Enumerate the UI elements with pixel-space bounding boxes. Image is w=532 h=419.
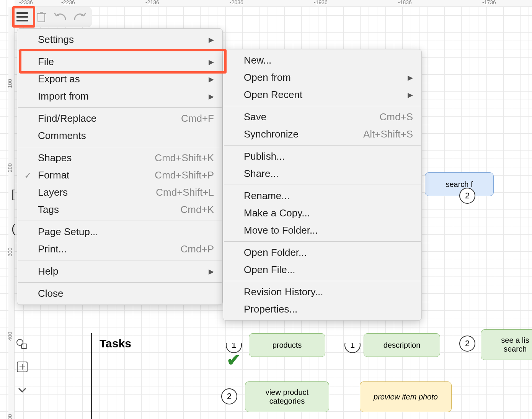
menu-separator [224,241,421,242]
menu-separator [18,282,222,283]
menu-label: Save [244,111,266,123]
menu-label: Import from [38,90,89,102]
annotation-highlight-file [19,49,227,74]
menu-shortcut: Cmd+Shift+L [156,187,214,198]
svg-point-4 [17,339,23,345]
node-label: preview item photo [374,393,438,401]
menu-label: New... [244,54,271,66]
menu-label: Layers [38,187,68,198]
file-make-copy[interactable]: Make a Copy... [223,205,421,222]
canvas-node-viewcats[interactable]: view product categories [245,381,329,412]
menu-shapes[interactable]: Shapes Cmd+Shift+K [17,149,222,167]
canvas-node-products[interactable]: products [249,333,325,357]
check-icon: ✓ [24,170,32,181]
menu-find-replace[interactable]: Find/Replace Cmd+F [17,110,222,127]
menu-close[interactable]: Close [17,285,222,302]
menu-label: Open Recent [244,89,302,101]
menu-print[interactable]: Print... Cmd+P [17,241,222,258]
chevron-right-icon: ▶ [209,75,214,83]
menu-label: Tags [38,204,59,216]
menu-comments[interactable]: Comments [17,127,222,144]
menu-layers[interactable]: Layers Cmd+Shift+L [17,184,222,201]
side-tool-palette [15,337,29,397]
expand-tool[interactable] [15,383,29,397]
file-rename[interactable]: Rename... [223,187,421,205]
menu-label: Close [38,288,63,300]
file-synchronize[interactable]: Synchronize Alt+Shift+S [223,126,421,143]
badge-2c: 2 [221,388,237,404]
menu-label: Move to Folder... [244,224,318,236]
menu-label: Open File... [244,264,295,276]
chevron-right-icon: ▶ [408,74,413,82]
menu-separator [18,107,222,108]
file-properties[interactable]: Properties... [223,301,421,318]
node-label: see a lis search [501,336,529,354]
menu-label: Find/Replace [38,113,96,124]
menu-help[interactable]: Help ▶ [17,263,222,280]
ruler-vertical: 100 200 300 400 500 [8,7,15,419]
delete-button[interactable] [34,9,49,25]
menu-label: Synchronize [244,128,299,140]
redo-button[interactable] [72,9,87,25]
file-open-recent[interactable]: Open Recent ▶ [223,86,421,103]
file-open-file[interactable]: Open File... [223,261,421,278]
menu-settings[interactable]: Settings ▶ [17,31,222,48]
canvas-node-blue[interactable]: search f [425,172,494,196]
file-submenu: New... Open from ▶ Open Recent ▶ Save Cm… [223,49,422,321]
menu-separator [224,281,421,281]
tasks-heading: Tasks [100,337,131,350]
menu-import-from[interactable]: Import from ▶ [17,88,222,105]
menu-shortcut: Alt+Shift+S [363,128,413,140]
file-revision-history[interactable]: Revision History... [223,283,421,301]
divider-line [91,333,92,419]
canvas-node-seelist[interactable]: see a lis search [481,329,532,360]
file-open-folder[interactable]: Open Folder... [223,244,421,261]
shape-tool[interactable] [15,337,29,351]
file-publish[interactable]: Publish... [223,148,421,165]
plus-square-icon [16,361,28,373]
chevron-right-icon: ▶ [209,267,214,276]
menu-tags[interactable]: Tags Cmd+K [17,201,222,218]
menu-label: Settings [38,34,74,46]
menu-separator [18,221,222,221]
annotation-highlight-menu [12,6,35,28]
chevron-down-icon [18,387,27,393]
menu-label: Help [38,265,58,277]
menu-separator [224,185,421,185]
menu-shortcut: Cmd+K [181,204,214,216]
menu-separator [18,260,222,260]
badge-2a: 2 [459,188,475,204]
undo-icon [54,13,67,21]
file-open-from[interactable]: Open from ▶ [223,69,421,86]
canvas-node-preview[interactable]: preview item photo [360,381,452,412]
menu-separator [224,145,421,146]
canvas-node-description[interactable]: description [364,333,440,357]
undo-button[interactable] [53,9,68,25]
file-save[interactable]: Save Cmd+S [223,108,421,126]
file-share[interactable]: Share... [223,165,421,182]
trash-icon [36,11,46,23]
menu-label: Format [38,169,69,181]
add-tool[interactable] [15,360,29,374]
menu-label: Share... [244,168,279,180]
menu-label: Rename... [244,190,290,202]
menu-label: Print... [38,243,67,255]
menu-label: Revision History... [244,286,323,298]
menu-label: Page Setup... [38,226,98,238]
file-move-folder[interactable]: Move to Folder... [223,222,421,239]
menu-page-setup[interactable]: Page Setup... [17,223,222,241]
menu-shortcut: Cmd+P [181,243,214,255]
menu-label: Open from [244,72,291,83]
menu-label: Comments [38,130,86,142]
node-label: search f [446,180,473,189]
ruler-horizontal: -2336 -2236 -2136 -2036 -1936 -1836 -173… [15,0,532,7]
checkmark-icon: ✔ [227,350,241,370]
menu-label: Shapes [38,152,72,164]
menu-label: Make a Copy... [244,207,310,219]
file-new[interactable]: New... [223,52,421,69]
canvas-glyph-d: [ [11,188,15,201]
menu-separator [224,106,421,106]
menu-separator [18,147,222,147]
badge-2b: 2 [459,336,475,352]
menu-format[interactable]: ✓ Format Cmd+Shift+P [17,167,222,184]
